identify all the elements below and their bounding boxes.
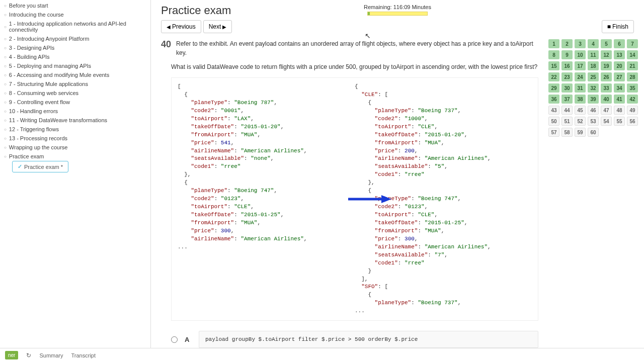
previous-label: Previous: [172, 23, 196, 30]
qnav-cell-25[interactable]: 25: [588, 72, 599, 81]
qnav-cell-31[interactable]: 31: [575, 83, 586, 93]
sidebar-item[interactable]: Wrapping up the course: [0, 143, 150, 152]
sidebar-item[interactable]: 9 - Controlling event flow: [0, 98, 150, 107]
qnav-cell-16[interactable]: 16: [561, 61, 573, 70]
qnav-cell-28[interactable]: 28: [627, 72, 638, 81]
qnav-cell-54[interactable]: 54: [601, 117, 612, 126]
qnav-cell-55[interactable]: 55: [614, 117, 625, 126]
qnav-cell-35[interactable]: 35: [627, 83, 638, 93]
finish-button[interactable]: ■ Finish: [602, 20, 634, 33]
qnav-cell-46[interactable]: 46: [588, 106, 599, 115]
exhibit-input-json: [ { "planeType": "Boeing 787", "code2": …: [178, 83, 355, 315]
qnav-cell-6[interactable]: 6: [614, 39, 625, 48]
sidebar-item[interactable]: 2 - Introducing Anypoint Platform: [0, 34, 150, 43]
qnav-cell-43[interactable]: 43: [548, 106, 559, 115]
qnav-cell-3[interactable]: 3: [575, 39, 586, 48]
sidebar-item[interactable]: 4 - Building APIs: [0, 52, 150, 61]
sidebar-item[interactable]: 11 - Writing DataWeave transformations: [0, 116, 150, 125]
qnav-cell-58[interactable]: 58: [561, 128, 573, 137]
qnav-cell-5[interactable]: 5: [601, 39, 612, 48]
sidebar-item[interactable]: 13 - Processing records: [0, 134, 150, 143]
qnav-cell-52[interactable]: 52: [575, 117, 586, 126]
question-text-2: What is valid DataWeave code to return f…: [171, 62, 538, 71]
qnav-cell-4[interactable]: 4: [588, 39, 599, 48]
chevron-right-icon: ▶: [222, 24, 226, 30]
qnav-cell-21[interactable]: 21: [627, 61, 638, 70]
question-navigator: 1234567891011121314151617181920212223242…: [548, 39, 634, 362]
summary-link[interactable]: Summary: [39, 352, 63, 358]
answer-radio-a[interactable]: [171, 336, 178, 343]
qnav-cell-59[interactable]: 59: [575, 128, 586, 137]
qnav-cell-26[interactable]: 26: [601, 72, 612, 81]
qnav-cell-53[interactable]: 53: [588, 117, 599, 126]
qnav-cell-37[interactable]: 37: [561, 95, 573, 104]
qnav-cell-30[interactable]: 30: [561, 83, 573, 93]
arrow-right-icon: [347, 194, 392, 204]
qnav-cell-32[interactable]: 32: [588, 83, 599, 93]
qnav-cell-11[interactable]: 11: [588, 50, 599, 59]
sidebar-item[interactable]: 12 - Triggering flows: [0, 125, 150, 134]
qnav-cell-12[interactable]: 12: [601, 50, 612, 59]
qnav-cell-47[interactable]: 47: [601, 106, 612, 115]
qnav-cell-8[interactable]: 8: [548, 50, 559, 59]
stop-icon: ■: [607, 23, 611, 30]
sidebar-item[interactable]: 7 - Structuring Mule applications: [0, 79, 150, 88]
qnav-cell-48[interactable]: 48: [614, 106, 625, 115]
qnav-cell-23[interactable]: 23: [561, 72, 573, 81]
qnav-cell-27[interactable]: 27: [614, 72, 625, 81]
next-button[interactable]: Next ▶: [203, 20, 232, 33]
finish-label: Finish: [612, 23, 628, 30]
qnav-cell-13[interactable]: 13: [614, 50, 625, 59]
qnav-cell-1[interactable]: 1: [548, 39, 559, 48]
qnav-cell-19[interactable]: 19: [601, 61, 612, 70]
sidebar-item[interactable]: 10 - Handling errors: [0, 107, 150, 116]
transcript-link[interactable]: Transcript: [71, 352, 96, 358]
qnav-cell-18[interactable]: 18: [588, 61, 599, 70]
qnav-cell-15[interactable]: 15: [548, 61, 559, 70]
refresh-icon[interactable]: ↻: [26, 352, 31, 359]
previous-button[interactable]: ◀ Previous: [161, 20, 201, 33]
qnav-cell-50[interactable]: 50: [548, 117, 559, 126]
sidebar-item[interactable]: 3 - Designing APIs: [0, 43, 150, 52]
qnav-cell-41[interactable]: 41: [614, 95, 625, 104]
sidebar-item[interactable]: 1 - Introducing application networks and…: [0, 19, 150, 34]
qnav-cell-60[interactable]: 60: [588, 128, 599, 137]
qnav-cell-2[interactable]: 2: [561, 39, 573, 48]
qnav-cell-44[interactable]: 44: [561, 106, 573, 115]
qnav-cell-51[interactable]: 51: [561, 117, 573, 126]
sidebar-item[interactable]: Introducing the course: [0, 10, 150, 19]
qnav-cell-17[interactable]: 17: [575, 61, 586, 70]
qnav-cell-34[interactable]: 34: [614, 83, 625, 93]
answer-letter: A: [185, 336, 192, 343]
qnav-cell-9[interactable]: 9: [561, 50, 573, 59]
qnav-cell-29[interactable]: 29: [548, 83, 559, 93]
qnav-cell-49[interactable]: 49: [627, 106, 638, 115]
qnav-cell-36[interactable]: 36: [548, 95, 559, 104]
sidebar-item[interactable]: 5 - Deploying and managing APIs: [0, 61, 150, 70]
qnav-cell-45[interactable]: 45: [575, 106, 586, 115]
qnav-cell-40[interactable]: 40: [601, 95, 612, 104]
qnav-cell-39[interactable]: 39: [588, 95, 599, 104]
question-text-1: Refer to the exhibit. An event payload c…: [176, 39, 538, 57]
sidebar-item[interactable]: 6 - Accessing and modifying Mule events: [0, 70, 150, 79]
qnav-cell-56[interactable]: 56: [627, 117, 638, 126]
qnav-cell-57[interactable]: 57: [548, 128, 559, 137]
answer-option[interactable]: A payload groupBy $.toAirport filter $.p…: [171, 331, 538, 348]
sidebar-item[interactable]: 8 - Consuming web services: [0, 88, 150, 98]
question-area: 40 Refer to the exhibit. An event payloa…: [161, 39, 538, 362]
sidebar-sub-practice-exam[interactable]: ✓ Practice exam *: [12, 161, 68, 172]
qnav-cell-38[interactable]: 38: [575, 95, 586, 104]
answer-code: payload groupBy $.toAirport filter $.pri…: [199, 331, 538, 348]
qnav-cell-33[interactable]: 33: [601, 83, 612, 93]
qnav-cell-14[interactable]: 14: [627, 50, 638, 59]
qnav-cell-10[interactable]: 10: [575, 50, 586, 59]
qnav-cell-20[interactable]: 20: [614, 61, 625, 70]
qnav-cell-24[interactable]: 24: [575, 72, 586, 81]
sidebar-item[interactable]: Before you start: [0, 1, 150, 10]
qnav-cell-42[interactable]: 42: [627, 95, 638, 104]
next-label: Next: [209, 23, 221, 30]
qnav-cell-22[interactable]: 22: [548, 72, 559, 81]
sidebar-item[interactable]: Practice exam: [0, 152, 150, 161]
timer-bar: [367, 12, 428, 16]
qnav-cell-7[interactable]: 7: [627, 39, 638, 48]
